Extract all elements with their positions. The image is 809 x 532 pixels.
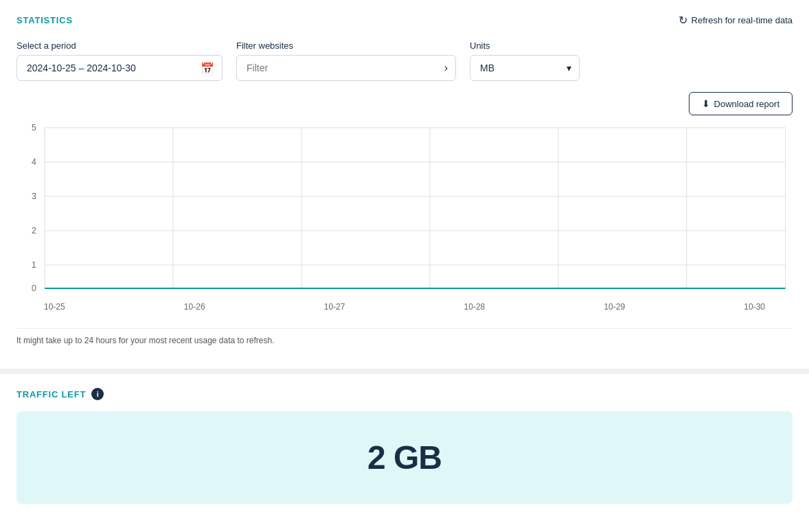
svg-text:1: 1 [32, 260, 36, 270]
statistics-title: STATISTICS [16, 15, 73, 25]
x-label-1: 10-26 [184, 302, 205, 312]
download-icon: ⬇ [702, 98, 710, 109]
filter-input[interactable] [236, 55, 456, 81]
units-select[interactable]: MB GB KB [470, 55, 580, 81]
refresh-icon: ↻ [679, 14, 687, 27]
traffic-card: 2 GB [16, 411, 793, 504]
chart-note: It might take up to 24 hours for your mo… [16, 328, 793, 352]
period-label: Select a period [16, 41, 223, 51]
period-control: Select a period 📅 [16, 41, 223, 81]
section-divider [0, 369, 809, 374]
date-range-input[interactable] [16, 55, 223, 81]
x-label-3: 10-28 [464, 302, 486, 312]
x-label-2: 10-27 [324, 302, 345, 312]
svg-text:3: 3 [32, 192, 36, 201]
svg-text:4: 4 [32, 157, 36, 167]
info-icon[interactable]: i [91, 388, 104, 400]
refresh-label: Refresh for real-time data [692, 15, 793, 25]
traffic-value: 2 GB [367, 439, 442, 476]
traffic-title: TRAFFIC LEFT [16, 389, 86, 400]
x-label-4: 10-29 [604, 302, 625, 312]
chart-area: 5 4 3 2 1 0 [16, 121, 793, 299]
chart-svg: 5 4 3 2 1 0 [16, 121, 793, 299]
refresh-button[interactable]: ↻ Refresh for real-time data [679, 14, 793, 27]
svg-text:0: 0 [32, 284, 36, 293]
filter-control: Filter websites › [236, 41, 456, 81]
download-report-button[interactable]: ⬇ Download report [689, 92, 793, 115]
units-label: Units [470, 41, 580, 51]
traffic-section: TRAFFIC LEFT i 2 GB [0, 374, 809, 518]
x-label-0: 10-25 [44, 302, 65, 312]
download-label: Download report [714, 99, 779, 109]
x-axis-labels: 10-25 10-26 10-27 10-28 10-29 10-30 [16, 299, 793, 312]
units-control: Units MB GB KB ▾ [470, 41, 580, 81]
filter-label: Filter websites [236, 41, 456, 51]
chart-container: 5 4 3 2 1 0 [16, 121, 793, 320]
svg-text:5: 5 [32, 123, 36, 132]
svg-text:2: 2 [32, 226, 36, 235]
x-label-5: 10-30 [744, 302, 765, 312]
